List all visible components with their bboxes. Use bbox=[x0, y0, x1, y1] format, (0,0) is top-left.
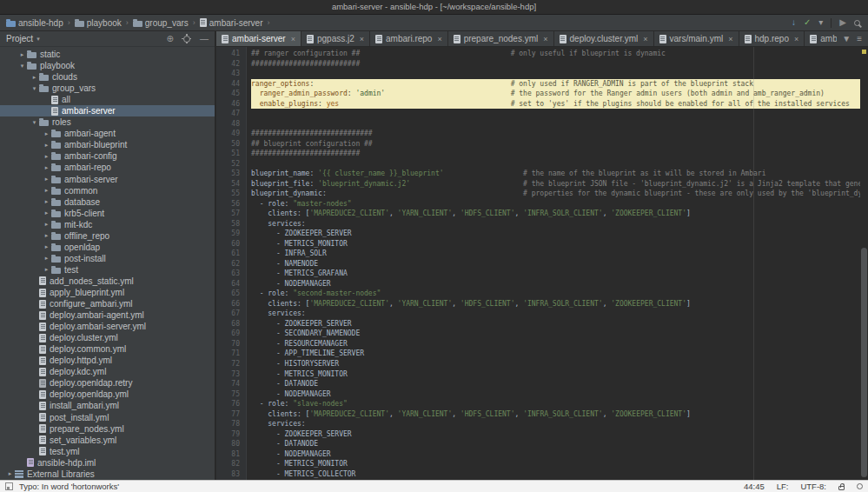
code-line[interactable] bbox=[251, 69, 860, 79]
code-line[interactable]: services: bbox=[251, 309, 860, 319]
tree-item-apply_blueprint.yml[interactable]: apply_blueprint.yml bbox=[0, 287, 215, 298]
code-line[interactable]: - METRICS_GRAFANA bbox=[251, 269, 860, 279]
code-line[interactable]: - METRICS_COLLECTOR bbox=[251, 469, 860, 480]
tree-item-all[interactable]: all bbox=[0, 94, 215, 105]
chevron-right-icon[interactable]: ▸ bbox=[42, 130, 51, 137]
tree-item-add_nodes_static.yml[interactable]: add_nodes_static.yml bbox=[0, 276, 215, 287]
code-line[interactable]: - NODEMANAGER bbox=[251, 389, 860, 400]
tree-item-ambari-blueprint[interactable]: ▸ambari-blueprint bbox=[0, 139, 215, 150]
settings-icon[interactable] bbox=[183, 36, 190, 43]
tree-item-offline_repo[interactable]: ▸offline_repo bbox=[0, 230, 215, 242]
chevron-down-icon[interactable]: ▾ bbox=[818, 18, 823, 27]
close-icon[interactable]: × bbox=[794, 35, 798, 43]
close-icon[interactable]: × bbox=[437, 35, 441, 43]
code-line[interactable] bbox=[251, 159, 860, 170]
toolwindow-toggle-icon[interactable] bbox=[5, 482, 13, 490]
run-icon[interactable]: ▶ bbox=[839, 18, 846, 27]
code-line[interactable]: enable_plugins: yes # set to 'yes' if th… bbox=[251, 99, 860, 110]
tab-pgpass.j2[interactable]: pgpass.j2× bbox=[301, 31, 370, 46]
code-line[interactable]: ########################## bbox=[251, 149, 860, 159]
tree-item-ambari-repo[interactable]: ▸ambari-repo bbox=[0, 162, 215, 173]
tree-item-deploy.kdc.yml[interactable]: deploy.kdc.yml bbox=[0, 366, 215, 377]
close-icon[interactable]: × bbox=[728, 35, 732, 43]
chevron-down-icon[interactable]: ▾ bbox=[30, 119, 39, 126]
close-icon[interactable]: × bbox=[291, 35, 295, 43]
code-line[interactable] bbox=[251, 109, 860, 119]
chevron-down-icon[interactable]: ▾ bbox=[36, 36, 40, 43]
code-line[interactable]: - role: "slave-nodes" bbox=[251, 399, 860, 409]
code-line[interactable]: clients: ['MAPREDUCE2_CLIENT', 'YARN_CLI… bbox=[251, 209, 860, 219]
line-separator[interactable]: LF: bbox=[777, 482, 789, 491]
code-line[interactable]: - ZOOKEEPER_SERVER bbox=[251, 319, 860, 329]
tree-item-prepare_nodes.yml[interactable]: prepare_nodes.yml bbox=[0, 423, 215, 435]
code-area[interactable]: ## ranger configuration ## # only useful… bbox=[248, 47, 860, 480]
editor-scrollbar[interactable] bbox=[860, 47, 868, 480]
chevron-right-icon[interactable]: ▸ bbox=[42, 221, 51, 228]
chevron-right-icon[interactable]: ▸ bbox=[17, 51, 27, 58]
chevron-right-icon[interactable]: ▸ bbox=[42, 266, 51, 273]
breadcrumb-item-ambari-server[interactable]: ambari-server bbox=[198, 17, 265, 29]
tree-item-post-install[interactable]: ▸post-install bbox=[0, 253, 215, 264]
tree-item-common[interactable]: ▸common bbox=[0, 185, 215, 196]
breadcrumb-item-ansible-hdp[interactable]: ansible-hdp bbox=[4, 17, 65, 29]
tab-vars/main.yml[interactable]: vars/main.yml× bbox=[654, 31, 739, 46]
chevron-right-icon[interactable]: ▸ bbox=[42, 198, 51, 205]
project-panel-title[interactable]: Project bbox=[6, 34, 33, 43]
tree-item-ambari-config[interactable]: ▸ambari-config bbox=[0, 150, 215, 162]
inspector-icon[interactable] bbox=[857, 483, 863, 489]
chevron-right-icon[interactable]: ▸ bbox=[42, 142, 51, 149]
close-icon[interactable]: × bbox=[643, 35, 647, 43]
code-line[interactable]: ## blueprint configuration ## bbox=[251, 139, 860, 150]
code-line[interactable]: - ZOOKEEPER_SERVER bbox=[251, 229, 860, 239]
code-line[interactable]: blueprint_name: '{{ cluster_name }}_blue… bbox=[251, 169, 860, 179]
code-line[interactable]: blueprint_file: 'blueprint_dynamic.j2' #… bbox=[251, 179, 860, 189]
tab-ambari.repo[interactable]: ambari.repo× bbox=[370, 31, 448, 46]
breadcrumb-item-group_vars[interactable]: group_vars bbox=[131, 17, 190, 29]
chevron-right-icon[interactable]: ▸ bbox=[42, 164, 51, 171]
tree-item-ambari-agent[interactable]: ▸ambari-agent bbox=[0, 128, 215, 139]
code-line[interactable]: - APP_TIMELINE_SERVER bbox=[251, 349, 860, 359]
code-line[interactable]: - role: "master-nodes" bbox=[251, 199, 860, 209]
breadcrumb-item-playbook[interactable]: playbook bbox=[73, 17, 123, 29]
code-line[interactable]: - METRICS_MONITOR bbox=[251, 459, 860, 469]
tab-deploy.cluster.yml[interactable]: deploy.cluster.yml× bbox=[554, 31, 654, 46]
tree-item-static[interactable]: ▸static bbox=[0, 49, 215, 60]
vcs-update-icon[interactable]: ↓ bbox=[792, 18, 796, 27]
code-line[interactable]: - ZOOKEEPER_SERVER bbox=[251, 429, 860, 440]
tab-prepare_nodes.yml[interactable]: prepare_nodes.yml× bbox=[448, 31, 554, 46]
tree-item-mit-kdc[interactable]: ▸mit-kdc bbox=[0, 219, 215, 230]
close-icon[interactable]: × bbox=[543, 35, 547, 43]
code-line[interactable]: - INFRA_SOLR bbox=[251, 249, 860, 259]
code-line[interactable]: - NAMENODE bbox=[251, 259, 860, 269]
vcs-commit-icon[interactable]: ✓ bbox=[804, 18, 811, 27]
tab-ambari-server[interactable]: ambari-server× bbox=[216, 31, 301, 46]
chevron-down-icon[interactable]: ▾ bbox=[17, 63, 27, 70]
code-line[interactable]: - DATANODE bbox=[251, 439, 860, 449]
code-line[interactable]: - METRICS_MONITOR bbox=[251, 239, 860, 249]
search-icon[interactable] bbox=[854, 20, 860, 26]
code-line[interactable]: - SECONDARY_NAMENODE bbox=[251, 329, 860, 339]
code-line[interactable]: blueprint_dynamic: # properties for the … bbox=[251, 189, 860, 199]
code-line[interactable]: - NODEMANAGER bbox=[251, 279, 860, 289]
tree-item-External Libraries[interactable]: ▸External Libraries bbox=[0, 469, 215, 480]
code-line[interactable]: ranger_admin_password: 'admin' # the pas… bbox=[251, 89, 860, 99]
tabs-list-icon[interactable]: ≡ bbox=[857, 35, 862, 43]
tree-item-deploy.ambari-agent.yml[interactable]: deploy.ambari-agent.yml bbox=[0, 309, 215, 321]
tree-item-database[interactable]: ▸database bbox=[0, 196, 215, 208]
tree-item-openldap[interactable]: ▸openldap bbox=[0, 242, 215, 253]
tree-item-playbook[interactable]: ▾playbook bbox=[0, 60, 215, 71]
chevron-right-icon[interactable]: ▸ bbox=[42, 153, 51, 160]
code-line[interactable]: - METRICS_MONITOR bbox=[251, 369, 860, 380]
tree-item-krb5-client[interactable]: ▸krb5-client bbox=[0, 208, 215, 219]
tree-item-deploy.common.yml[interactable]: deploy.common.yml bbox=[0, 343, 215, 355]
tree-item-ansible-hdp.iml[interactable]: ansible-hdp.iml bbox=[0, 457, 215, 469]
code-line[interactable]: ############################# bbox=[251, 129, 860, 139]
tree-item-set_variables.yml[interactable]: set_variables.yml bbox=[0, 435, 215, 446]
chevron-down-icon[interactable]: ▾ bbox=[30, 85, 39, 92]
chevron-right-icon[interactable]: ▸ bbox=[42, 232, 51, 239]
chevron-right-icon[interactable]: ▸ bbox=[5, 470, 15, 477]
tree-item-ambari-server[interactable]: ambari-server bbox=[0, 105, 215, 116]
code-line[interactable]: - NODEMANAGER bbox=[251, 449, 860, 460]
chevron-right-icon[interactable]: ▸ bbox=[42, 187, 51, 194]
encoding[interactable]: UTF-8: bbox=[800, 482, 826, 491]
